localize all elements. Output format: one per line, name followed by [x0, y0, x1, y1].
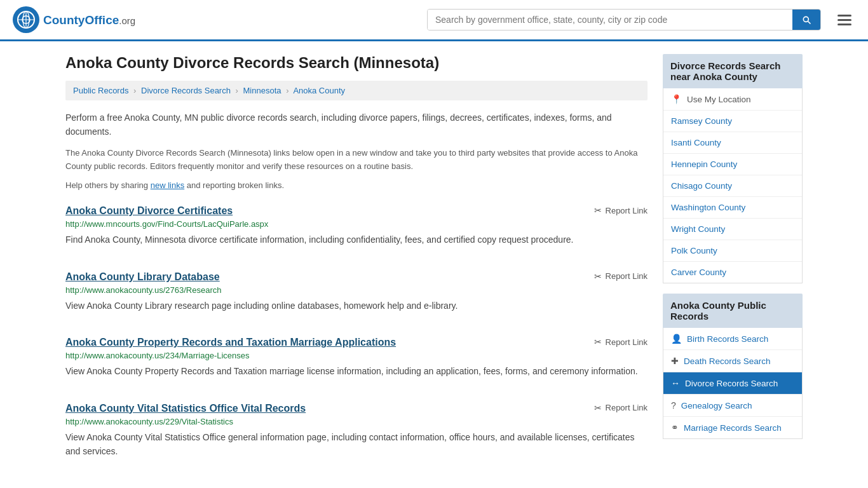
report-link[interactable]: ✂ Report Link	[594, 337, 648, 347]
breadcrumb-divorce-records[interactable]: Divorce Records Search	[141, 86, 231, 95]
sidebar-item-polk[interactable]: Polk County	[663, 240, 802, 262]
resource-title[interactable]: Anoka County Vital Statistics Office Vit…	[65, 403, 306, 414]
resource-desc: View Anoka County Property Records and T…	[65, 364, 648, 378]
county-label: Washington County	[671, 203, 745, 212]
sidebar-item-death-records[interactable]: ✚ Death Records Search	[663, 350, 802, 372]
genealogy-label: Genealogy Search	[681, 401, 752, 410]
breadcrumb: Public Records › Divorce Records Search …	[65, 81, 648, 100]
resources-list: Anoka County Divorce Certificates ✂ Repo…	[65, 205, 648, 464]
nearby-title: Divorce Records Search near Anoka County	[663, 54, 803, 88]
resource-desc: Find Anoka County, Minnesota divorce cer…	[65, 233, 648, 247]
sidebar: Divorce Records Search near Anoka County…	[663, 54, 803, 482]
sidebar-item-wright[interactable]: Wright County	[663, 219, 802, 240]
resource-item: Anoka County Divorce Certificates ✂ Repo…	[65, 205, 648, 253]
county-label: Isanti County	[671, 138, 721, 147]
marriage-icon: ⚭	[671, 423, 679, 433]
sharing-text: Help others by sharing new links and rep…	[65, 180, 648, 190]
logo-icon	[13, 6, 39, 33]
resource-title[interactable]: Anoka County Property Records and Taxati…	[65, 337, 396, 348]
resource-url: http://www.anokacounty.us/234/Marriage-L…	[65, 351, 648, 360]
genealogy-icon: ?	[671, 400, 676, 410]
use-location-label: Use My Location	[687, 95, 751, 104]
resource-url: http://www.anokacounty.us/229/Vital-Stat…	[65, 417, 648, 426]
menu-button[interactable]	[834, 11, 855, 29]
resource-title[interactable]: Anoka County Library Database	[65, 271, 220, 283]
report-link[interactable]: ✂ Report Link	[594, 403, 648, 413]
divorce-label: Divorce Records Search	[685, 379, 778, 388]
report-icon: ✂	[594, 403, 602, 413]
sidebar-item-isanti[interactable]: Isanti County	[663, 132, 802, 154]
resource-item: Anoka County Property Records and Taxati…	[65, 337, 648, 384]
birth-icon: 👤	[671, 334, 682, 344]
report-icon: ✂	[594, 271, 602, 281]
location-icon: 📍	[671, 94, 682, 104]
county-label: Hennepin County	[671, 159, 737, 169]
death-icon: ✚	[671, 356, 679, 366]
county-label: Chisago County	[671, 181, 732, 191]
marriage-label: Marriage Records Search	[684, 423, 782, 433]
resource-title[interactable]: Anoka County Divorce Certificates	[65, 205, 233, 217]
logo-text: CountyOffice.org	[43, 13, 135, 27]
public-records-section: Anoka County Public Records 👤 Birth Reco…	[663, 294, 803, 439]
sidebar-item-ramsey[interactable]: Ramsey County	[663, 111, 802, 132]
sidebar-item-divorce-records[interactable]: ↔ Divorce Records Search	[663, 372, 802, 395]
search-bar	[427, 9, 821, 30]
report-link[interactable]: ✂ Report Link	[594, 205, 648, 215]
report-icon: ✂	[594, 205, 602, 215]
intro-paragraph-2: The Anoka County Divorce Records Search …	[65, 147, 648, 173]
resource-item: Anoka County Library Database ✂ Report L…	[65, 271, 648, 319]
county-label: Polk County	[671, 246, 717, 255]
public-records-title: Anoka County Public Records	[663, 294, 803, 328]
breadcrumb-public-records[interactable]: Public Records	[73, 86, 128, 95]
resource-desc: View Anoka County Library research page …	[65, 299, 648, 313]
sidebar-item-carver[interactable]: Carver County	[663, 262, 802, 283]
report-icon: ✂	[594, 337, 602, 347]
public-records-list: 👤 Birth Records Search ✚ Death Records S…	[663, 328, 803, 439]
breadcrumb-anoka-county[interactable]: Anoka County	[293, 86, 345, 95]
breadcrumb-minnesota[interactable]: Minnesota	[243, 86, 281, 95]
sidebar-item-hennepin[interactable]: Hennepin County	[663, 154, 802, 175]
sidebar-item-birth-records[interactable]: 👤 Birth Records Search	[663, 328, 802, 350]
resource-url: http://www.anokacounty.us/2763/Research	[65, 285, 648, 295]
sidebar-item-use-location[interactable]: 📍 Use My Location	[663, 88, 802, 111]
sidebar-item-washington[interactable]: Washington County	[663, 197, 802, 219]
resource-desc: View Anoka County Vital Statistics Offic…	[65, 430, 648, 459]
logo[interactable]: CountyOffice.org	[13, 6, 135, 33]
report-link[interactable]: ✂ Report Link	[594, 271, 648, 281]
nearby-list: 📍 Use My Location Ramsey County Isanti C…	[663, 88, 803, 283]
resource-item: Anoka County Vital Statistics Office Vit…	[65, 403, 648, 465]
county-label: Wright County	[671, 224, 725, 234]
county-label: Ramsey County	[671, 116, 732, 126]
sidebar-item-chisago[interactable]: Chisago County	[663, 175, 802, 197]
sidebar-item-marriage-records[interactable]: ⚭ Marriage Records Search	[663, 417, 802, 438]
page-title: Anoka County Divorce Records Search (Min…	[65, 54, 648, 72]
new-links-link[interactable]: new links	[151, 180, 184, 190]
county-label: Carver County	[671, 268, 726, 277]
divorce-icon: ↔	[671, 378, 680, 388]
sidebar-item-genealogy[interactable]: ? Genealogy Search	[663, 395, 802, 417]
death-label: Death Records Search	[684, 356, 771, 366]
search-button[interactable]	[792, 10, 820, 30]
resource-url: http://www.mncourts.gov/Find-Courts/LacQ…	[65, 219, 648, 229]
nearby-section: Divorce Records Search near Anoka County…	[663, 54, 803, 283]
search-input[interactable]	[428, 10, 792, 30]
intro-paragraph-1: Perform a free Anoka County, MN public d…	[65, 111, 648, 139]
birth-label: Birth Records Search	[687, 334, 768, 344]
